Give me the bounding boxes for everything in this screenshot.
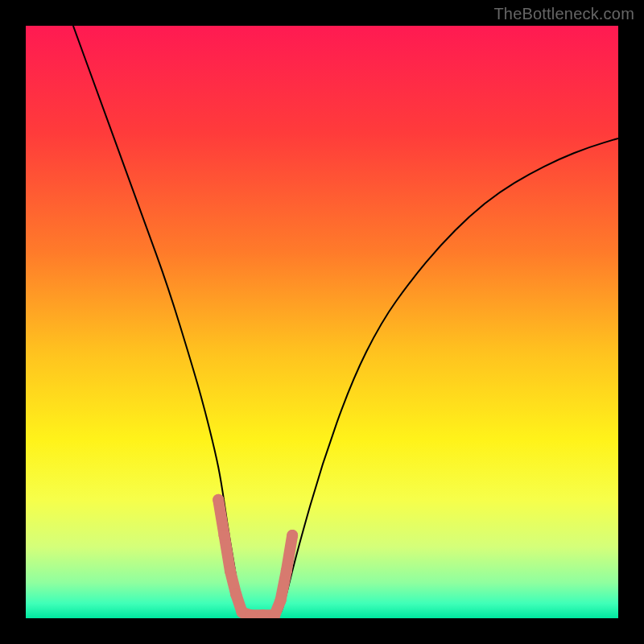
svg-point-11 (219, 530, 230, 541)
plot-area (26, 26, 618, 618)
chart-svg (26, 26, 618, 618)
svg-point-18 (275, 595, 286, 606)
chart-frame: TheBottleneck.com (0, 0, 644, 644)
svg-point-20 (287, 530, 298, 541)
svg-point-19 (281, 565, 292, 576)
gradient-background (26, 26, 618, 618)
watermark-text: TheBottleneck.com (493, 5, 634, 23)
svg-point-10 (213, 494, 224, 506)
svg-point-13 (230, 589, 242, 601)
svg-point-12 (225, 565, 236, 576)
